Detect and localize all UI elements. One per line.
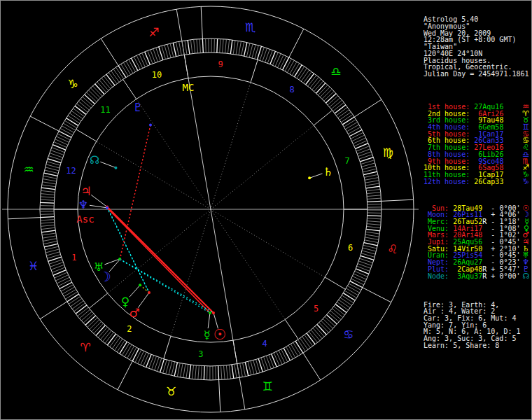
degree-tick	[316, 83, 326, 93]
orb-value: + 0°00'	[486, 272, 520, 280]
degree-tick	[58, 280, 71, 286]
house-number-12: 12	[66, 166, 76, 176]
house-cusp-line	[76, 130, 96, 141]
degree-tick	[335, 304, 346, 313]
degree-tick	[46, 164, 59, 168]
degree-tick	[275, 54, 281, 66]
degree-tick	[118, 66, 126, 78]
degree-tick	[54, 142, 66, 148]
degree-tick	[367, 226, 381, 227]
degree-tick	[307, 333, 315, 344]
degree-tick	[355, 271, 368, 276]
degree-tick	[288, 346, 295, 358]
house-cusp-line	[89, 293, 107, 308]
degree-tick	[249, 44, 253, 57]
degree-tick	[367, 195, 381, 197]
degree-tick	[341, 115, 353, 122]
degree-tick	[57, 277, 69, 284]
planet-dot-sun	[212, 312, 215, 314]
degree-tick	[130, 347, 136, 360]
sign-glyph-gemini: ♊	[262, 379, 272, 393]
degree-tick	[65, 292, 77, 300]
degree-tick	[363, 245, 377, 248]
degree-tick	[186, 365, 188, 379]
degree-tick	[313, 328, 322, 339]
degree-tick	[41, 227, 55, 229]
planet-dot-mercury	[209, 312, 211, 314]
degree-tick	[46, 249, 59, 253]
degree-tick	[96, 326, 105, 336]
degree-tick	[43, 241, 57, 244]
degree-tick	[108, 72, 117, 83]
degree-tick	[306, 74, 314, 85]
degree-tick	[197, 39, 198, 53]
house-cusp-line	[285, 319, 298, 339]
sign-glyph-sagittarius: ♐	[148, 25, 159, 39]
degree-tick	[353, 276, 365, 283]
degree-tick	[41, 194, 55, 195]
degree-tick	[285, 59, 291, 71]
degree-tick	[310, 77, 319, 88]
degree-tick	[40, 200, 54, 200]
degree-tick	[317, 325, 327, 335]
degree-tick	[69, 296, 80, 304]
planet-glyph-pluto: ♇	[133, 101, 143, 114]
degree-tick	[223, 39, 223, 53]
house-number-1: 1	[71, 253, 76, 262]
degree-tick	[99, 80, 108, 90]
degree-tick	[46, 167, 59, 171]
degree-tick	[51, 265, 64, 270]
house-cusp-line	[314, 111, 332, 125]
degree-tick	[69, 113, 81, 121]
degree-tick	[339, 300, 350, 308]
planet-pointer-line	[130, 285, 140, 297]
degree-tick	[290, 62, 297, 74]
degree-tick	[40, 214, 54, 215]
sign-boundary-line	[219, 380, 220, 412]
degree-tick	[100, 329, 109, 340]
degree-tick	[227, 39, 229, 53]
planet-glyph-jupiter: ♃	[80, 184, 91, 198]
house-number-9: 9	[218, 59, 223, 69]
degree-tick	[278, 55, 284, 67]
degree-tick	[365, 240, 379, 243]
planet-glyph-mars: ♂	[129, 306, 139, 320]
degree-tick	[40, 202, 54, 203]
sign-glyph-cancer: ♋	[343, 328, 354, 342]
degree-tick	[276, 351, 282, 364]
degree-tick	[181, 363, 183, 377]
degree-tick	[42, 182, 56, 184]
degree-tick	[112, 337, 120, 349]
planet-glyph-node: ☊	[90, 153, 99, 167]
degree-tick	[192, 365, 193, 379]
degree-tick	[142, 53, 148, 66]
degree-tick	[362, 251, 375, 254]
planet-glyph-sun: ☉	[214, 326, 227, 343]
degree-tick	[342, 295, 354, 303]
natal-wheel: ♈♉♊♋♌♍♎♏♐♑♒♓123456789101112☉☽☿♀♂♃♄♅♆♇☊As…	[1, 1, 421, 420]
degree-tick	[61, 285, 74, 292]
degree-tick	[176, 42, 178, 56]
house-cusp-line	[251, 59, 258, 82]
house-cusp-line-inner	[211, 125, 314, 209]
degree-tick	[337, 302, 349, 311]
degree-tick	[233, 41, 235, 55]
sign-glyph-taurus: ♉	[166, 384, 176, 398]
degree-tick	[63, 123, 75, 130]
aspect-line	[120, 125, 150, 259]
degree-tick	[230, 40, 232, 54]
degree-tick	[64, 289, 76, 296]
house-number-11: 11	[100, 105, 110, 115]
degree-tick	[169, 361, 172, 374]
degree-tick	[76, 305, 87, 314]
degree-tick	[363, 172, 377, 174]
degree-tick	[200, 39, 200, 53]
degree-tick	[55, 272, 67, 278]
degree-tick	[126, 61, 133, 73]
degree-tick	[45, 246, 58, 250]
degree-tick	[217, 38, 218, 52]
planet-position-list: Sun: 28Tau49 - 0°00'☉ Moon: 26Pis11 + 4°…	[424, 205, 531, 280]
degree-tick	[185, 41, 187, 55]
degree-tick	[170, 43, 174, 57]
degree-tick	[248, 362, 251, 375]
